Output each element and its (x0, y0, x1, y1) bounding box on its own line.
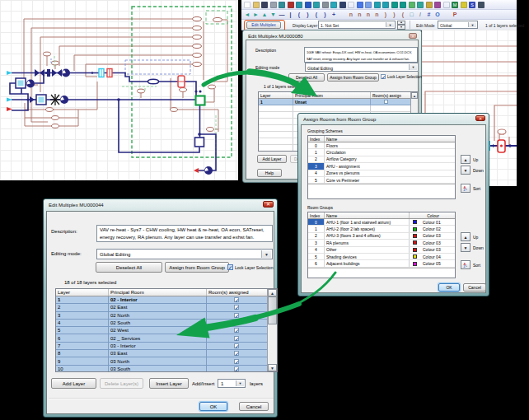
component-box1-icon[interactable] (374, 2, 381, 8)
duct-arc4-icon[interactable]: n (374, 12, 381, 18)
lock-layer-selection-checkbox[interactable] (381, 74, 386, 79)
edit-mode-combo[interactable]: Global ▼ (438, 21, 478, 29)
curve-ne-icon[interactable]: ( (296, 12, 302, 18)
sep[interactable] (348, 2, 354, 8)
table-row[interactable]: 5 Core vs Perimeter (308, 177, 455, 184)
table-row[interactable]: 5 Shading devices Colour 04 (308, 254, 455, 260)
groups-down-button[interactable]: ▼ (461, 243, 470, 252)
description-field[interactable]: VAV re-heat - Sys7 - CHW cooling, HW hea… (96, 225, 273, 242)
deselect-all-button[interactable]: Deselect All (96, 262, 162, 273)
table-row[interactable]: 4 Other Colour 03 (308, 247, 455, 254)
grid-icon[interactable]: # (426, 12, 433, 18)
component-hx1-icon[interactable] (391, 2, 398, 8)
room-assigned-checkbox[interactable] (234, 351, 239, 356)
duct-arc2-icon[interactable]: n (357, 12, 363, 18)
close-icon[interactable]: ✕ (475, 115, 485, 121)
room-assigned-checkbox[interactable] (234, 366, 239, 371)
schemes-sort-button[interactable]: AZ↓ (461, 184, 470, 193)
layer-spin-down[interactable]: ▼ (397, 25, 405, 30)
cancel-button[interactable]: Cancel (463, 283, 486, 292)
component-hx2-icon[interactable] (400, 2, 406, 8)
assign-from-room-group-button[interactable]: Assign from Room Group (327, 73, 379, 82)
connect-icon[interactable]: □ (409, 12, 415, 18)
delete-layer-button[interactable]: Delete Layer(s) (100, 378, 143, 389)
curve-nw-icon[interactable]: ) (305, 12, 311, 18)
component-box2-icon[interactable] (382, 2, 389, 8)
component-damper-icon[interactable] (322, 2, 329, 8)
description-field[interactable]: 100E VAV reheat: Evap+DX cool, HW re-hea… (304, 47, 418, 63)
room-assigned-checkbox[interactable] (234, 297, 239, 302)
room-assigned-checkbox[interactable] (234, 343, 239, 348)
circle-tool-icon[interactable]: O (434, 12, 441, 18)
component-duct-icon[interactable] (417, 2, 424, 8)
table-row[interactable]: 6 02 _ Services (56, 334, 277, 342)
print-icon[interactable] (270, 2, 277, 8)
component-humidifier-icon[interactable] (330, 2, 337, 8)
component-fan-icon[interactable] (313, 2, 320, 8)
table-row[interactable]: 7 03 - Interior (56, 343, 277, 350)
layers-icon[interactable] (461, 2, 467, 8)
room-assigned-checkbox[interactable] (234, 313, 239, 318)
scroll-up-icon[interactable]: ▲ (268, 289, 277, 296)
table-row[interactable]: 3 02 North (56, 312, 277, 320)
dialog-assign-titlebar[interactable]: Assign Rooms from Room Group ✕ (302, 114, 485, 124)
assign-from-room-group-button[interactable]: Assign from Room Group (165, 262, 229, 273)
table-row[interactable]: 9 03 North (56, 357, 277, 365)
table-row[interactable]: 5 02 West (56, 327, 277, 334)
open-folder-icon[interactable] (253, 2, 260, 8)
schemes-down-button[interactable]: ▼ (461, 166, 470, 175)
table-row[interactable]: 1 Circulation (308, 149, 455, 156)
table-row[interactable]: 2 AHU-3 (floors 3 and 4 offices) Colour … (308, 233, 455, 240)
groups-sort-button[interactable]: AZ↓ (461, 260, 470, 269)
ok-button[interactable]: OK (438, 283, 460, 292)
editing-mode-combo[interactable]: Global Editing ▼ (96, 249, 273, 259)
scroll-thumb[interactable] (268, 296, 277, 324)
component-zone-icon[interactable] (434, 2, 441, 8)
editing-mode-combo[interactable]: Global Editing ▼ (305, 63, 419, 72)
add-insert-count-combo[interactable]: 1 ▼ (218, 379, 246, 388)
line-tool-icon[interactable]: — (279, 12, 285, 18)
select-icon[interactable]: S (469, 2, 475, 8)
deselect-all-button[interactable]: Deselect All (288, 73, 325, 82)
table-row[interactable]: 1 02 - Interior (56, 296, 277, 304)
flag-icon[interactable]: P (452, 12, 458, 18)
new-document-icon[interactable] (244, 2, 250, 8)
table-row[interactable]: 4 02 South (56, 320, 277, 327)
multiplex-icon[interactable]: M (452, 2, 458, 8)
component-mix-icon[interactable] (409, 2, 415, 8)
add-layer-button[interactable]: Add Layer (257, 155, 287, 163)
groups-up-button[interactable]: ▲ (461, 232, 470, 241)
table-row[interactable]: 0 AHU-1 (floor 1 and stairwell atrium) C… (308, 219, 455, 226)
duct-arc1-icon[interactable]: n (348, 12, 354, 18)
edit-multiplex-button[interactable]: Edit Multiplex (246, 21, 281, 29)
draw-icon[interactable]: / (417, 12, 424, 18)
add-layer-button[interactable]: Add Layer (51, 378, 96, 389)
arrow-right-icon[interactable] (365, 2, 372, 8)
scroll-up-icon[interactable]: ▲ (411, 92, 418, 99)
help-button[interactable]: Help (257, 169, 282, 177)
scroll-down-icon[interactable]: ▼ (268, 364, 277, 371)
room-assigned-checkbox[interactable] (234, 320, 239, 325)
schemes-up-button[interactable]: ▲ (461, 155, 470, 164)
table-row[interactable]: 1 AHU-2 (floor 2 lab spaces) Colour 02 (308, 226, 455, 232)
mu44-table-scrollbar[interactable]: ▲ ▼ (267, 289, 277, 371)
ok-button[interactable]: OK (199, 402, 227, 411)
table-row[interactable]: 2 02 East (56, 304, 277, 311)
arrow-left-icon[interactable] (357, 2, 363, 8)
insert-layer-button[interactable]: Insert Layer (149, 378, 189, 389)
component-boiler-icon[interactable] (288, 2, 294, 8)
table-row[interactable]: 10 03 South (56, 366, 277, 372)
dialog-mu44-titlebar[interactable]: Edit Multiplex MU000044 ✕ (47, 199, 274, 210)
lock-layer-selection-checkbox[interactable] (227, 264, 233, 270)
close-icon[interactable]: ✕ (263, 201, 274, 208)
curve-se-icon[interactable]: ( (313, 12, 320, 18)
display-layer-combo[interactable]: 1. Not Set ▼ (318, 21, 396, 29)
table-row[interactable]: 3 AHU - assignment (308, 163, 455, 170)
table-row[interactable]: 1 Unset (259, 99, 418, 105)
duct-arc3-icon[interactable]: n (365, 12, 372, 18)
pan-left-icon[interactable]: ◄ (244, 12, 250, 18)
table-row[interactable]: 8 03 East (56, 350, 277, 357)
table-row[interactable]: 0 Floors (308, 142, 455, 149)
sep[interactable] (339, 12, 346, 18)
component-valve-icon[interactable] (339, 2, 346, 8)
